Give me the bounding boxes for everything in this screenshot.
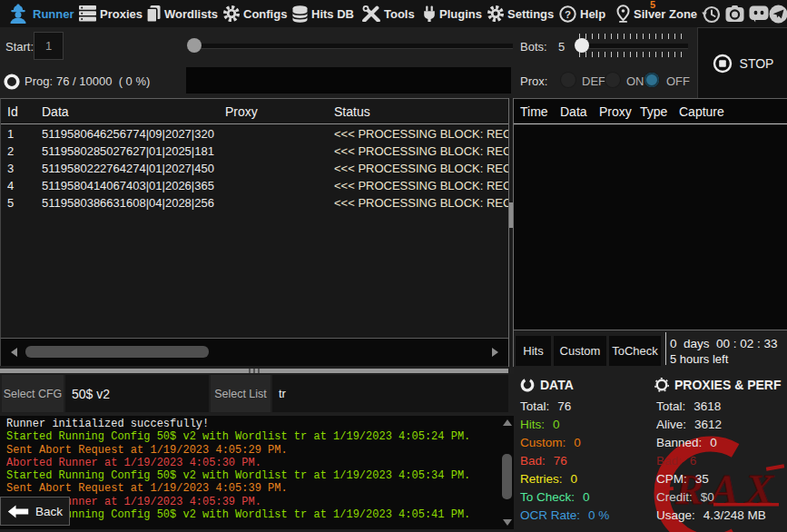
- camera-icon: [725, 5, 744, 23]
- data-stats-heading: DATA: [520, 378, 574, 392]
- svg-text:?: ?: [565, 8, 571, 19]
- settings-gear-icon: [487, 5, 504, 22]
- hits-table: Time Data Proxy Type Capture: [514, 98, 787, 330]
- help-icon: ?: [559, 5, 576, 23]
- prox-off-radio[interactable]: [644, 73, 659, 87]
- hits-tabs-row: Hits Custom ToCheck 0 days 00 : 02 : 33 …: [514, 330, 787, 367]
- log-line: Sent Abort Request at 1/19/2023 4:05:39 …: [6, 482, 514, 495]
- stat-row: Credit:$0: [656, 490, 714, 504]
- results-table-header: Id Data Proxy Status: [1, 99, 508, 124]
- server-icon: [79, 5, 96, 22]
- stat-row: CPM:35: [656, 472, 709, 486]
- table-row[interactable]: 3 5119580222764274|01|2027|450 <<< PROCE…: [1, 162, 508, 179]
- table-row[interactable]: 4 5119580414067403|01|2026|365 <<< PROCE…: [1, 179, 508, 196]
- nav-runner[interactable]: Runner: [7, 0, 74, 27]
- nav-proxies[interactable]: Proxies: [79, 0, 143, 27]
- prox-def-radio[interactable]: [561, 73, 575, 87]
- vscroll-thumb[interactable]: [502, 454, 512, 499]
- nav-settings[interactable]: Settings: [487, 0, 554, 27]
- nav-tools-label: Tools: [384, 7, 415, 21]
- table-row[interactable]: 5 5119580386631608|04|2028|256 <<< PROCE…: [1, 196, 508, 213]
- table-row[interactable]: 2 5119580285027627|01|2025|181 <<< PROCE…: [1, 144, 508, 162]
- tab-tocheck[interactable]: ToCheck: [609, 336, 661, 366]
- hits-header-underline: [514, 123, 787, 124]
- location-pin-icon: [616, 5, 630, 23]
- telegram-button[interactable]: [768, 4, 787, 25]
- log-line: Aborted Runner at 1/19/2023 4:05:30 PM.: [6, 457, 514, 469]
- horizontal-splitter-handle[interactable]: [249, 369, 260, 373]
- nav-silver-zone[interactable]: Silver Zone: [616, 0, 697, 27]
- log-line: Started Running Config 50$ v2 with Wordl…: [6, 469, 514, 482]
- col-data2: Data: [560, 104, 587, 119]
- progress-ring-icon: [4, 74, 20, 90]
- col-time: Time: [520, 104, 548, 119]
- history-button[interactable]: [701, 4, 722, 25]
- stop-button[interactable]: STOP: [697, 27, 787, 99]
- select-cfg-button[interactable]: Select CFG: [2, 375, 64, 412]
- runner-person-icon: [7, 4, 29, 24]
- config-bar: Select CFG 50$ v2 Select List tr: [0, 374, 514, 413]
- start-input[interactable]: 1: [34, 32, 64, 60]
- stat-row: OCR Rate:0 %: [520, 508, 609, 522]
- table-row[interactable]: 1 5119580646256774|09|2027|320 <<< PROCE…: [1, 127, 508, 144]
- discord-button[interactable]: [748, 4, 769, 25]
- tab-hits[interactable]: Hits: [516, 336, 551, 366]
- nav-tools[interactable]: Tools: [362, 0, 415, 27]
- nav-plugins[interactable]: Plugins: [423, 0, 482, 27]
- col-id: Id: [7, 104, 18, 119]
- prox-off-label: OFF: [666, 74, 690, 88]
- telegram-icon: [769, 5, 787, 24]
- list-value: tr: [272, 375, 508, 412]
- elapsed-time: 0 days 00 : 02 : 33: [670, 337, 778, 350]
- nav-help[interactable]: ? Help: [559, 0, 605, 27]
- scroll-down-icon[interactable]: [503, 519, 512, 526]
- stat-row: To Check:0: [520, 490, 590, 504]
- log-scrollbar[interactable]: [502, 418, 513, 527]
- nav-hitsdb[interactable]: Hits DB: [292, 0, 354, 27]
- nav-runner-label: Runner: [33, 7, 74, 21]
- screenshot-button[interactable]: [724, 4, 745, 25]
- back-button[interactable]: Back: [0, 497, 70, 526]
- prox-label: Prox:: [520, 74, 547, 88]
- scroll-right-icon[interactable]: [492, 348, 498, 357]
- log-line: Started Running Config 50$ v2 with Wordl…: [6, 430, 514, 443]
- nav-wordlists-label: Wordlists: [164, 7, 218, 21]
- stop-label: STOP: [740, 56, 774, 71]
- bots-slider-thumb[interactable]: [575, 38, 589, 53]
- hscroll-thumb[interactable]: [25, 346, 209, 358]
- start-slider-track[interactable]: [187, 44, 513, 49]
- nav-configs[interactable]: Configs: [223, 0, 287, 27]
- vertical-splitter-handle[interactable]: [509, 202, 513, 228]
- tabs-divider: [665, 332, 666, 365]
- results-hscrollbar[interactable]: [0, 338, 508, 366]
- proxies-helm-icon: [654, 378, 669, 392]
- select-list-button[interactable]: Select List: [211, 375, 271, 412]
- wordlist-pages-icon: [146, 5, 161, 23]
- history-icon: [702, 5, 721, 24]
- stat-row: Bad:76: [520, 454, 567, 468]
- scroll-left-icon[interactable]: [11, 348, 17, 357]
- nav-help-label: Help: [580, 7, 605, 21]
- scroll-up-icon[interactable]: [503, 419, 512, 426]
- col-type: Type: [640, 104, 667, 119]
- silver-zone-badge: 5: [650, 0, 655, 10]
- bots-slider-track[interactable]: [582, 44, 688, 49]
- nav-wordlists[interactable]: Wordlists: [146, 0, 218, 27]
- nav-settings-label: Settings: [507, 7, 554, 21]
- prox-on-radio[interactable]: [605, 73, 620, 87]
- tab-custom[interactable]: Custom: [554, 336, 606, 366]
- bots-slider-ticks-top: [579, 34, 684, 39]
- start-slider-thumb[interactable]: [187, 38, 202, 53]
- stat-row: Hits:0: [520, 418, 560, 431]
- stat-row: Alive:3612: [656, 418, 722, 431]
- database-icon: [292, 5, 308, 23]
- runner-app: Runner Proxies Wordlists Configs: [0, 0, 787, 532]
- stat-row: Custom:0: [520, 436, 581, 449]
- prox-on-label: ON: [626, 74, 644, 88]
- tools-icon: [362, 5, 380, 22]
- controls-bar: Start: 1 Bots: 5 Prog: 76 / 10000 ( 0 %)…: [0, 27, 787, 98]
- col-proxy2: Proxy: [599, 104, 632, 119]
- log-line: Aborted Runner at 1/19/2023 4:05:39 PM.: [6, 496, 514, 508]
- horizontal-splitter[interactable]: [0, 369, 508, 373]
- start-label: Start:: [5, 40, 34, 54]
